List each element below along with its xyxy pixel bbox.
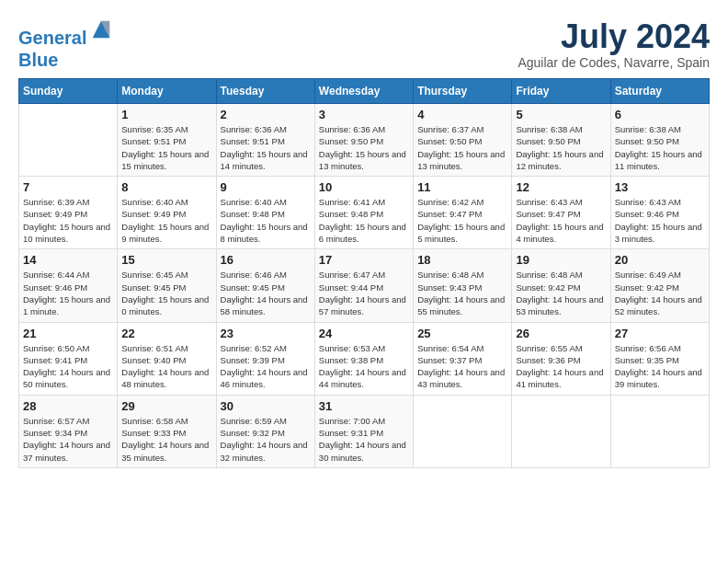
day-number: 18	[417, 253, 507, 267]
logo-icon	[88, 17, 114, 42]
header-sunday: Sunday	[19, 79, 118, 104]
day-number: 3	[319, 108, 409, 121]
cell-details: Sunrise: 6:53 AM Sunset: 9:38 PM Dayligh…	[319, 342, 409, 391]
cell-details: Sunrise: 6:47 AM Sunset: 9:44 PM Dayligh…	[319, 269, 409, 317]
cell-details: Sunrise: 6:36 AM Sunset: 9:50 PM Dayligh…	[319, 123, 409, 172]
cell-details: Sunrise: 6:49 AM Sunset: 9:42 PM Dayligh…	[615, 269, 705, 317]
calendar-cell: 22Sunrise: 6:51 AM Sunset: 9:40 PM Dayli…	[118, 322, 216, 395]
calendar-week-row: 14Sunrise: 6:44 AM Sunset: 9:46 PM Dayli…	[19, 249, 710, 322]
calendar-cell: 23Sunrise: 6:52 AM Sunset: 9:39 PM Dayli…	[216, 322, 314, 395]
cell-details: Sunrise: 6:48 AM Sunset: 9:43 PM Dayligh…	[417, 269, 507, 317]
calendar-cell: 21Sunrise: 6:50 AM Sunset: 9:41 PM Dayli…	[19, 322, 118, 395]
calendar-cell: 9Sunrise: 6:40 AM Sunset: 9:48 PM Daylig…	[216, 177, 314, 249]
header-thursday: Thursday	[414, 79, 512, 104]
logo-blue: Blue	[18, 50, 58, 70]
cell-details: Sunrise: 6:59 AM Sunset: 9:32 PM Dayligh…	[221, 415, 311, 464]
calendar-cell: 5Sunrise: 6:38 AM Sunset: 9:50 PM Daylig…	[512, 104, 610, 177]
header-friday: Friday	[512, 79, 610, 104]
calendar-cell: 20Sunrise: 6:49 AM Sunset: 9:42 PM Dayli…	[610, 249, 709, 322]
calendar-table: Sunday Monday Tuesday Wednesday Thursday…	[18, 78, 710, 468]
cell-details: Sunrise: 6:40 AM Sunset: 9:48 PM Dayligh…	[221, 196, 311, 245]
day-number: 28	[23, 399, 113, 413]
calendar-cell: 11Sunrise: 6:42 AM Sunset: 9:47 PM Dayli…	[414, 177, 512, 249]
calendar-week-row: 21Sunrise: 6:50 AM Sunset: 9:41 PM Dayli…	[19, 322, 710, 395]
cell-details: Sunrise: 6:38 AM Sunset: 9:50 PM Dayligh…	[615, 123, 705, 172]
cell-details: Sunrise: 6:44 AM Sunset: 9:46 PM Dayligh…	[23, 269, 113, 317]
calendar-cell: 2Sunrise: 6:36 AM Sunset: 9:51 PM Daylig…	[216, 104, 314, 177]
calendar-cell: 15Sunrise: 6:45 AM Sunset: 9:45 PM Dayli…	[118, 249, 216, 322]
day-number: 9	[221, 180, 311, 194]
day-number: 30	[221, 399, 311, 413]
cell-details: Sunrise: 6:46 AM Sunset: 9:45 PM Dayligh…	[221, 269, 311, 317]
day-number: 20	[615, 253, 705, 267]
cell-details: Sunrise: 6:40 AM Sunset: 9:49 PM Dayligh…	[121, 196, 211, 245]
cell-details: Sunrise: 6:36 AM Sunset: 9:51 PM Dayligh…	[221, 123, 311, 172]
day-number: 12	[516, 180, 606, 194]
day-number: 25	[417, 327, 507, 340]
header-tuesday: Tuesday	[216, 79, 314, 104]
calendar-cell: 16Sunrise: 6:46 AM Sunset: 9:45 PM Dayli…	[216, 249, 314, 322]
cell-details: Sunrise: 6:48 AM Sunset: 9:42 PM Dayligh…	[516, 269, 606, 317]
day-number: 22	[121, 327, 211, 340]
cell-details: Sunrise: 6:50 AM Sunset: 9:41 PM Dayligh…	[23, 342, 113, 391]
calendar-cell: 3Sunrise: 6:36 AM Sunset: 9:50 PM Daylig…	[314, 104, 413, 177]
calendar-cell: 18Sunrise: 6:48 AM Sunset: 9:43 PM Dayli…	[414, 249, 512, 322]
day-number: 4	[417, 108, 507, 121]
logo: GeneralBlue	[18, 18, 114, 71]
calendar-cell: 4Sunrise: 6:37 AM Sunset: 9:50 PM Daylig…	[414, 104, 512, 177]
day-number: 15	[121, 253, 211, 267]
calendar-cell	[19, 104, 118, 177]
cell-details: Sunrise: 6:37 AM Sunset: 9:50 PM Dayligh…	[417, 123, 507, 172]
header-saturday: Saturday	[610, 79, 709, 104]
cell-details: Sunrise: 6:58 AM Sunset: 9:33 PM Dayligh…	[121, 415, 211, 464]
cell-details: Sunrise: 6:35 AM Sunset: 9:51 PM Dayligh…	[121, 123, 211, 172]
day-number: 24	[319, 327, 409, 340]
header-monday: Monday	[118, 79, 216, 104]
calendar-cell: 29Sunrise: 6:58 AM Sunset: 9:33 PM Dayli…	[118, 395, 216, 467]
calendar-cell	[610, 395, 709, 467]
header-wednesday: Wednesday	[314, 79, 413, 104]
calendar-cell: 26Sunrise: 6:55 AM Sunset: 9:36 PM Dayli…	[512, 322, 610, 395]
day-number: 19	[516, 253, 606, 267]
calendar-cell: 14Sunrise: 6:44 AM Sunset: 9:46 PM Dayli…	[19, 249, 118, 322]
cell-details: Sunrise: 7:00 AM Sunset: 9:31 PM Dayligh…	[319, 415, 409, 464]
day-number: 21	[23, 327, 113, 340]
day-number: 29	[121, 399, 211, 413]
location-subtitle: Aguilar de Codes, Navarre, Spain	[518, 55, 710, 70]
calendar-cell: 10Sunrise: 6:41 AM Sunset: 9:48 PM Dayli…	[314, 177, 413, 249]
calendar-cell: 8Sunrise: 6:40 AM Sunset: 9:49 PM Daylig…	[118, 177, 216, 249]
cell-details: Sunrise: 6:56 AM Sunset: 9:35 PM Dayligh…	[615, 342, 705, 391]
calendar-cell: 12Sunrise: 6:43 AM Sunset: 9:47 PM Dayli…	[512, 177, 610, 249]
day-number: 23	[221, 327, 311, 340]
calendar-cell: 6Sunrise: 6:38 AM Sunset: 9:50 PM Daylig…	[610, 104, 709, 177]
day-number: 26	[516, 327, 606, 340]
cell-details: Sunrise: 6:45 AM Sunset: 9:45 PM Dayligh…	[121, 269, 211, 317]
cell-details: Sunrise: 6:55 AM Sunset: 9:36 PM Dayligh…	[516, 342, 606, 391]
calendar-cell: 28Sunrise: 6:57 AM Sunset: 9:34 PM Dayli…	[19, 395, 118, 467]
day-number: 5	[516, 108, 606, 121]
page-header: GeneralBlue July 2024 Aguilar de Codes, …	[18, 18, 710, 71]
day-number: 31	[319, 399, 409, 413]
logo-text: GeneralBlue	[18, 18, 114, 71]
day-number: 1	[121, 108, 211, 121]
cell-details: Sunrise: 6:52 AM Sunset: 9:39 PM Dayligh…	[221, 342, 311, 391]
day-number: 11	[417, 180, 507, 194]
day-number: 8	[121, 180, 211, 194]
cell-details: Sunrise: 6:43 AM Sunset: 9:47 PM Dayligh…	[516, 196, 606, 245]
calendar-cell: 13Sunrise: 6:43 AM Sunset: 9:46 PM Dayli…	[610, 177, 709, 249]
calendar-week-row: 1Sunrise: 6:35 AM Sunset: 9:51 PM Daylig…	[19, 104, 710, 177]
day-number: 27	[615, 327, 705, 340]
cell-details: Sunrise: 6:39 AM Sunset: 9:49 PM Dayligh…	[23, 196, 113, 245]
day-number: 7	[23, 180, 113, 194]
title-block: July 2024 Aguilar de Codes, Navarre, Spa…	[518, 18, 710, 70]
logo-general: General	[18, 28, 86, 48]
calendar-cell: 30Sunrise: 6:59 AM Sunset: 9:32 PM Dayli…	[216, 395, 314, 467]
day-number: 10	[319, 180, 409, 194]
day-number: 13	[615, 180, 705, 194]
cell-details: Sunrise: 6:41 AM Sunset: 9:48 PM Dayligh…	[319, 196, 409, 245]
day-number: 17	[319, 253, 409, 267]
day-number: 16	[221, 253, 311, 267]
calendar-week-row: 28Sunrise: 6:57 AM Sunset: 9:34 PM Dayli…	[19, 395, 710, 467]
calendar-header-row: Sunday Monday Tuesday Wednesday Thursday…	[19, 79, 710, 104]
cell-details: Sunrise: 6:38 AM Sunset: 9:50 PM Dayligh…	[516, 123, 606, 172]
